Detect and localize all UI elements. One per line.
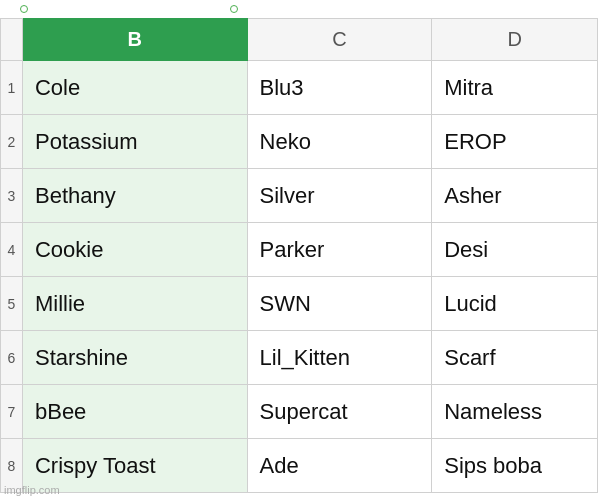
row-number: 4 — [1, 223, 23, 277]
cell-c-3[interactable]: Silver — [247, 169, 432, 223]
cell-d-8[interactable]: Sips boba — [432, 439, 598, 493]
watermark: imgflip.com — [4, 484, 60, 496]
cell-d-4[interactable]: Desi — [432, 223, 598, 277]
cell-b-2[interactable]: Potassium — [22, 115, 247, 169]
cell-d-2[interactable]: EROP — [432, 115, 598, 169]
row-number: 3 — [1, 169, 23, 223]
cell-d-5[interactable]: Lucid — [432, 277, 598, 331]
cell-d-6[interactable]: Scarf — [432, 331, 598, 385]
cell-d-3[interactable]: Asher — [432, 169, 598, 223]
cell-d-7[interactable]: Nameless — [432, 385, 598, 439]
row-number: 1 — [1, 61, 23, 115]
resize-handle-area — [0, 0, 598, 18]
row-number: 7 — [1, 385, 23, 439]
cell-c-1[interactable]: Blu3 — [247, 61, 432, 115]
row-num-header — [1, 19, 23, 61]
resize-dot-right[interactable] — [230, 5, 238, 13]
cell-b-7[interactable]: bBee — [22, 385, 247, 439]
table-row[interactable]: 7bBeeSupercatNameless — [1, 385, 598, 439]
table-row[interactable]: 8Crispy ToastAdeSips boba — [1, 439, 598, 493]
table-row[interactable]: 6StarshineLil_KittenScarf — [1, 331, 598, 385]
table-wrapper: B C D 1ColeBlu3Mitra2PotassiumNekoEROP3B… — [0, 18, 598, 493]
column-b-header[interactable]: B — [22, 19, 247, 61]
cell-c-5[interactable]: SWN — [247, 277, 432, 331]
cell-b-4[interactable]: Cookie — [22, 223, 247, 277]
cell-b-5[interactable]: Millie — [22, 277, 247, 331]
resize-dot-left[interactable] — [20, 5, 28, 13]
cell-b-3[interactable]: Bethany — [22, 169, 247, 223]
cell-b-1[interactable]: Cole — [22, 61, 247, 115]
row-number: 2 — [1, 115, 23, 169]
table-row[interactable]: 4CookieParkerDesi — [1, 223, 598, 277]
spreadsheet: B C D 1ColeBlu3Mitra2PotassiumNekoEROP3B… — [0, 0, 598, 500]
cell-c-2[interactable]: Neko — [247, 115, 432, 169]
cell-d-1[interactable]: Mitra — [432, 61, 598, 115]
cell-c-6[interactable]: Lil_Kitten — [247, 331, 432, 385]
spreadsheet-table: B C D 1ColeBlu3Mitra2PotassiumNekoEROP3B… — [0, 18, 598, 493]
table-row[interactable]: 3BethanySilverAsher — [1, 169, 598, 223]
row-number: 6 — [1, 331, 23, 385]
table-row[interactable]: 5MillieSWNLucid — [1, 277, 598, 331]
column-d-header[interactable]: D — [432, 19, 598, 61]
row-number: 5 — [1, 277, 23, 331]
cell-b-6[interactable]: Starshine — [22, 331, 247, 385]
table-row[interactable]: 1ColeBlu3Mitra — [1, 61, 598, 115]
cell-c-7[interactable]: Supercat — [247, 385, 432, 439]
cell-c-4[interactable]: Parker — [247, 223, 432, 277]
cell-c-8[interactable]: Ade — [247, 439, 432, 493]
column-c-header[interactable]: C — [247, 19, 432, 61]
table-body: 1ColeBlu3Mitra2PotassiumNekoEROP3Bethany… — [1, 61, 598, 493]
header-row: B C D — [1, 19, 598, 61]
table-row[interactable]: 2PotassiumNekoEROP — [1, 115, 598, 169]
